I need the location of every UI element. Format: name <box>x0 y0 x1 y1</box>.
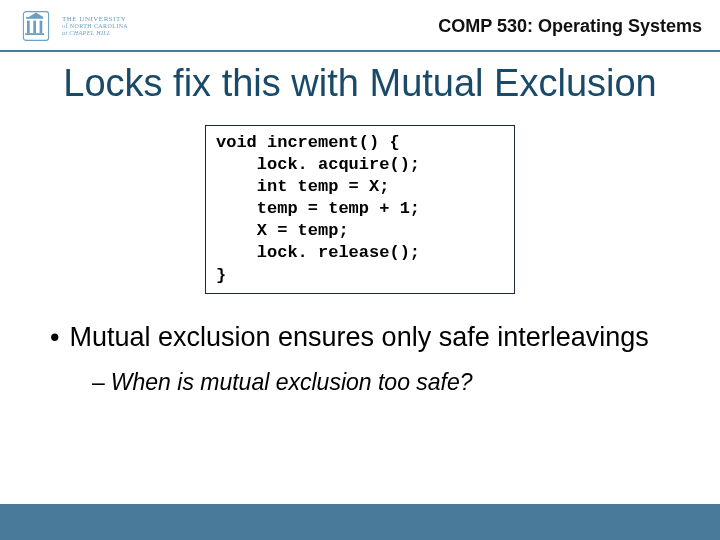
bullet-dot-icon: • <box>50 322 59 353</box>
logo-text-line3: at CHAPEL HILL <box>62 30 128 37</box>
svg-rect-6 <box>25 33 44 35</box>
slide-header: THE UNIVERSITY of NORTH CAROLINA at CHAP… <box>0 0 720 52</box>
slide-title: Locks fix this with Mutual Exclusion <box>0 62 720 105</box>
code-box: void increment() { lock. acquire(); int … <box>205 125 515 294</box>
bullet-2: –When is mutual exclusion too safe? <box>92 369 680 396</box>
course-label: COMP 530: Operating Systems <box>438 16 702 37</box>
svg-marker-5 <box>29 13 43 18</box>
unc-logo-icon <box>18 8 54 44</box>
footer-bar <box>0 504 720 540</box>
svg-rect-3 <box>40 21 43 34</box>
bullet-1-text: Mutual exclusion ensures only safe inter… <box>69 322 648 353</box>
svg-rect-1 <box>27 21 30 34</box>
bullet-2-text: When is mutual exclusion too safe? <box>111 369 473 395</box>
logo: THE UNIVERSITY of NORTH CAROLINA at CHAP… <box>18 8 128 44</box>
logo-text-line2: of NORTH CAROLINA <box>62 23 128 30</box>
logo-text-line1: THE UNIVERSITY <box>62 15 128 23</box>
svg-rect-4 <box>26 17 43 19</box>
bullet-1: • Mutual exclusion ensures only safe int… <box>50 322 680 353</box>
logo-text: THE UNIVERSITY of NORTH CAROLINA at CHAP… <box>62 15 128 37</box>
bullet-dash-icon: – <box>92 369 105 395</box>
svg-rect-2 <box>33 21 36 34</box>
bullet-list: • Mutual exclusion ensures only safe int… <box>50 322 680 396</box>
